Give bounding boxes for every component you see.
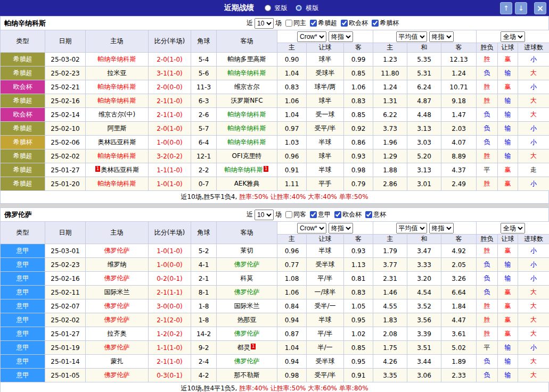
filter-league-1[interactable]: 意甲 [310, 210, 331, 219]
result-goals: 大 [518, 313, 549, 327]
near-label: 近 [247, 19, 253, 28]
league-checkbox[interactable] [334, 211, 341, 218]
avg-home-odds: 1.23 [373, 53, 407, 66]
scroll-down-button[interactable]: ↓ [515, 2, 527, 14]
avg-away-odds: 9.18 [441, 94, 477, 108]
match-row: 意甲25-02-02佛罗伦萨2-1(2-0)1-8热那亚0.94半球0.951.… [1, 313, 549, 327]
filter-controls: 近 10 场 同客 意甲 欧会杯 意杯 [247, 210, 386, 220]
match-score: 1-0(0-0) [149, 136, 191, 149]
avg-odds-select[interactable]: 平均值 [396, 223, 427, 233]
corner-score: 9-2 [191, 341, 217, 355]
subcol-avg-away: 客 [441, 43, 477, 53]
bookmaker-select[interactable]: Crow* [297, 223, 326, 233]
result-wdl: 负 [477, 272, 498, 286]
match-scope-select[interactable]: 全场 [501, 31, 525, 42]
scroll-up-button[interactable]: ↑ [500, 2, 512, 14]
match-date: 25-01-27 [45, 163, 86, 177]
crown-handicap: 半球 [307, 313, 344, 327]
result-handicap: 赢 [498, 327, 518, 341]
away-team-name: 维京古尔 [234, 83, 260, 90]
result-wdl: 胜 [477, 149, 498, 163]
crown-handicap: 平/半 [307, 272, 344, 286]
league-checkbox[interactable] [310, 20, 317, 27]
crown-handicap: 一/球半 [307, 286, 344, 299]
away-team: 热那亚 [217, 313, 277, 327]
crown-away-odds: 0.99 [344, 53, 373, 66]
league-checkbox[interactable] [365, 211, 372, 218]
home-team: 奥林匹亚科斯 [86, 136, 149, 149]
checkbox-label: 希腊超 [318, 19, 337, 28]
corner-score: 2-6 [191, 108, 217, 122]
odds-stage-select[interactable]: 终指 [329, 31, 353, 42]
away-team-name: 帕纳辛纳科斯 [228, 124, 266, 132]
filter-league-3[interactable]: 意杯 [365, 210, 386, 219]
result-wdl: 负 [477, 66, 498, 80]
layout-radio-vertical[interactable]: 竖版 [265, 4, 290, 12]
away-team: 帕纳多里高斯 [217, 53, 277, 66]
match-row: 意甲25-02-16佛罗伦萨0-2(0-1)2-1科莫1.08平/半0.812.… [1, 272, 549, 286]
same-home-checkbox[interactable] [285, 20, 292, 27]
titlebar-center: 近期战绩 竖版 横版 [2, 3, 547, 13]
home-team: 拉齐奥 [86, 327, 149, 341]
corner-score: 1-8 [191, 299, 217, 313]
filter-league-2[interactable]: 欧会杯 [341, 19, 368, 28]
filter-same-home[interactable]: 同主 [285, 19, 306, 28]
home-team: 帕纳辛纳科斯 [86, 80, 149, 94]
league-checkbox[interactable] [372, 20, 379, 27]
corner-score: 6-3 [191, 94, 217, 108]
crown-home-odds: 0.83 [277, 80, 307, 94]
vertical-radio[interactable] [265, 5, 271, 11]
crown-home-odds: 1.06 [277, 286, 307, 299]
league-badge: 欧会杯 [1, 80, 45, 94]
filter-same-away[interactable]: 同客 [285, 210, 306, 219]
result-goals: 小 [518, 177, 549, 191]
filter-league-2[interactable]: 欧会杯 [334, 210, 362, 219]
filter-controls: 近 10 场 同主 希腊超 欧会杯 希腊杯 [247, 18, 399, 29]
team-name: 佛罗伦萨 [4, 210, 111, 220]
crown-handicap: 受半/一 [307, 299, 344, 313]
league-badge: 意甲 [1, 244, 45, 258]
close-button[interactable]: × [534, 2, 546, 14]
result-goals: 大 [518, 355, 549, 369]
odds-stage-select[interactable]: 终指 [329, 223, 353, 233]
filter-league-3[interactable]: 希腊杯 [372, 19, 399, 28]
league-checkbox[interactable] [341, 20, 348, 27]
league-badge: 希腊超 [1, 149, 45, 163]
crown-home-odds: 0.87 [277, 327, 307, 341]
league-checkbox[interactable] [310, 211, 317, 218]
crown-handicap: 球半 [307, 94, 344, 108]
home-team: 佛罗伦萨 [86, 244, 149, 258]
away-team-name: 帕纳辛纳科斯 [228, 69, 266, 77]
avg-stage-select[interactable]: 终指 [429, 223, 454, 233]
avg-away-odds: 4.37 [441, 163, 477, 177]
crown-away-odds: 1.13 [344, 258, 373, 272]
away-team-name: 佛罗伦萨 [234, 330, 260, 337]
avg-odds-select[interactable]: 平均值 [396, 31, 427, 42]
summary-stats: 胜率:40% 让胜率:50% 大率:60% 单率:80% [239, 385, 368, 392]
match-count-select[interactable]: 10 [255, 210, 274, 220]
layout-radio-horizontal[interactable]: 横版 [296, 4, 318, 12]
match-date: 25-02-23 [45, 66, 86, 80]
bookmaker-select[interactable]: Crow* [297, 31, 326, 42]
crown-home-odds: 0.84 [277, 299, 307, 313]
red-card-badge: 1 [264, 166, 269, 172]
away-team: 帕纳辛纳科斯 [217, 66, 277, 80]
red-card-badge: 1 [251, 344, 256, 349]
subcol-crown-away: 客 [344, 235, 373, 244]
result-wdl: 胜 [477, 177, 498, 191]
match-scope-select[interactable]: 全场 [501, 223, 525, 233]
horizontal-radio[interactable] [296, 5, 302, 11]
match-row: 希腊超25-02-02帕纳辛纳科斯3-2(0-2)12-1OFI克里特0.96球… [1, 149, 549, 163]
filter-league-1[interactable]: 希腊超 [310, 19, 337, 28]
same-away-checkbox[interactable] [285, 211, 292, 218]
match-count-select[interactable]: 10 [255, 18, 274, 29]
result-handicap: 输 [498, 66, 518, 80]
subcol-avg-draw: 和 [407, 43, 441, 53]
league-badge: 希腊超 [1, 177, 45, 191]
match-score: 1-0(0-0) [149, 258, 191, 272]
result-handicap: 输 [498, 136, 518, 149]
home-team: 维京古尔(中) [86, 108, 149, 122]
avg-stage-select[interactable]: 终指 [429, 31, 454, 42]
away-team-name: OFI克里特 [232, 152, 262, 160]
home-team: 维罗纳 [86, 258, 149, 272]
